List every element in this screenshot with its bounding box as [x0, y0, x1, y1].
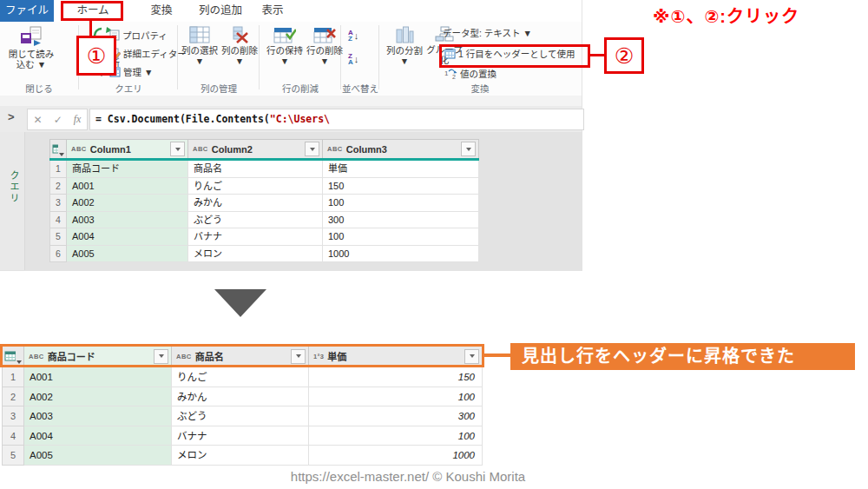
- preview-table-header-row: ABC Column1 ABC Column2 ABC Column3: [49, 139, 479, 158]
- table-row: 6 A005 メロン 1000: [49, 246, 479, 263]
- row-number[interactable]: 2: [49, 178, 67, 195]
- cell[interactable]: 単価: [323, 161, 479, 178]
- tab-file-label: ファイル: [5, 4, 49, 17]
- cell[interactable]: A004: [67, 228, 188, 246]
- filter-dropdown-button[interactable]: [305, 142, 319, 156]
- cell[interactable]: 150: [323, 178, 479, 195]
- remove-columns-button[interactable]: 列の削除 ▼: [220, 26, 259, 66]
- formula-input[interactable]: = Csv.Document(File.Contents("C:\Users\: [89, 109, 584, 130]
- cell[interactable]: 1000: [323, 246, 479, 263]
- properties-label: プロパティ: [122, 30, 168, 41]
- tab-file[interactable]: ファイル: [0, 0, 54, 22]
- row-number[interactable]: 2: [2, 387, 24, 407]
- cell[interactable]: 100: [323, 228, 479, 246]
- cell[interactable]: 1000: [309, 446, 483, 466]
- column-header-column3[interactable]: ABC Column3: [323, 139, 479, 158]
- cell[interactable]: りんご: [172, 367, 309, 387]
- choose-columns-button[interactable]: 列の選択 ▼: [181, 26, 219, 66]
- replace-values-button[interactable]: 1 2 値の置換: [444, 68, 496, 83]
- split-column-button[interactable]: 列の分割 ▼: [385, 26, 424, 66]
- cell[interactable]: A005: [67, 246, 188, 263]
- replace-values-label: 値の置換: [460, 69, 496, 79]
- close-and-load-icon: [20, 26, 43, 47]
- table-row: 3 A002 みかん 100: [49, 195, 479, 212]
- cell[interactable]: A002: [24, 387, 172, 407]
- cell[interactable]: みかん: [188, 195, 323, 212]
- table-corner-button[interactable]: [49, 139, 67, 158]
- cell[interactable]: みかん: [172, 387, 309, 407]
- formula-bar-buttons: ✕ ✓ fx: [27, 109, 88, 130]
- step1-marker: ①: [76, 36, 116, 76]
- callout-connector-line: [484, 354, 510, 357]
- cancel-icon[interactable]: ✕: [34, 114, 43, 126]
- cell[interactable]: A002: [67, 195, 188, 212]
- keep-rows-icon: [273, 26, 296, 43]
- cell[interactable]: A001: [24, 367, 172, 387]
- column-name: Column1: [90, 144, 131, 155]
- row-number[interactable]: 3: [2, 406, 24, 426]
- cell[interactable]: A003: [24, 406, 172, 426]
- keep-rows-button[interactable]: 行の保持 ▼: [266, 26, 304, 66]
- cell[interactable]: 150: [309, 367, 483, 387]
- row-number[interactable]: 1: [2, 367, 24, 387]
- row-number[interactable]: 1: [49, 161, 67, 178]
- advanced-editor-label: 詳細エディター: [123, 49, 187, 59]
- cell[interactable]: ぶどう: [172, 406, 309, 426]
- advanced-editor-button[interactable]: 詳細エディター: [109, 48, 187, 63]
- cell[interactable]: 商品コード: [67, 161, 188, 178]
- cell[interactable]: 300: [309, 406, 483, 426]
- step1-connector-line: [89, 21, 92, 36]
- sort-descending-icon: ZA: [348, 53, 353, 65]
- column-name: Column2: [212, 144, 253, 155]
- filter-dropdown-button[interactable]: [170, 142, 185, 156]
- row-number[interactable]: 3: [49, 195, 67, 212]
- fx-icon[interactable]: fx: [74, 113, 82, 126]
- cell[interactable]: A004: [24, 426, 172, 446]
- filter-dropdown-button[interactable]: [461, 142, 476, 156]
- remove-rows-label: 行の削除 ▼: [306, 45, 343, 66]
- cell[interactable]: メロン: [188, 246, 323, 263]
- cell[interactable]: A005: [24, 446, 172, 466]
- cell[interactable]: メロン: [172, 446, 309, 466]
- cell[interactable]: A003: [67, 212, 188, 229]
- choose-columns-label: 列の選択 ▼: [181, 45, 218, 66]
- column-header-column2[interactable]: ABC Column2: [188, 139, 323, 158]
- svg-text:1: 1: [444, 69, 449, 77]
- check-icon[interactable]: ✓: [54, 114, 62, 126]
- header-row-highlight-box: [0, 344, 484, 367]
- cell[interactable]: 300: [323, 212, 479, 229]
- remove-rows-button[interactable]: 行の削除 ▼: [306, 26, 344, 66]
- replace-values-icon: 1 2: [444, 68, 457, 79]
- row-number[interactable]: 5: [49, 228, 67, 246]
- cell[interactable]: 商品名: [188, 161, 323, 178]
- cell[interactable]: A001: [67, 178, 188, 195]
- tab-view[interactable]: 表示: [255, 0, 290, 22]
- cell[interactable]: 100: [309, 426, 483, 446]
- row-number[interactable]: 4: [49, 212, 67, 229]
- tab-add-column[interactable]: 列の追加: [194, 0, 247, 22]
- group-label-transform: 変換: [380, 82, 580, 95]
- row-number[interactable]: 6: [49, 246, 67, 263]
- use-first-row-highlight-box: [439, 44, 590, 68]
- cell[interactable]: バナナ: [172, 426, 309, 446]
- table-row: 4 A003 ぶどう 300: [49, 212, 479, 229]
- cell[interactable]: ぶどう: [188, 212, 323, 229]
- queries-pane-label: クエリ: [7, 170, 21, 204]
- data-type-button[interactable]: データ型: テキスト ▼: [443, 27, 532, 42]
- row-number[interactable]: 4: [2, 426, 24, 446]
- sort-arrow-icon: ↓: [354, 54, 359, 64]
- formula-code: = Csv.Document(File.Contents(: [95, 113, 270, 125]
- properties-button[interactable]: プロパティ: [109, 30, 168, 44]
- cell[interactable]: 100: [323, 195, 479, 212]
- tab-transform[interactable]: 変換: [142, 0, 181, 22]
- close-and-load-button[interactable]: 閉じて読み込む ▼: [6, 26, 56, 69]
- cell[interactable]: 100: [309, 387, 483, 407]
- column-header-column1[interactable]: ABC Column1: [67, 139, 188, 158]
- cell[interactable]: りんご: [188, 178, 323, 195]
- step1-number: ①: [87, 43, 106, 69]
- sort-ascending-button[interactable]: AZ ↓: [348, 30, 358, 42]
- cell[interactable]: バナナ: [188, 228, 323, 246]
- query-pane-collapse-chevron[interactable]: >: [8, 110, 15, 123]
- row-number[interactable]: 5: [2, 446, 24, 466]
- sort-descending-button[interactable]: ZA ↓: [348, 53, 358, 65]
